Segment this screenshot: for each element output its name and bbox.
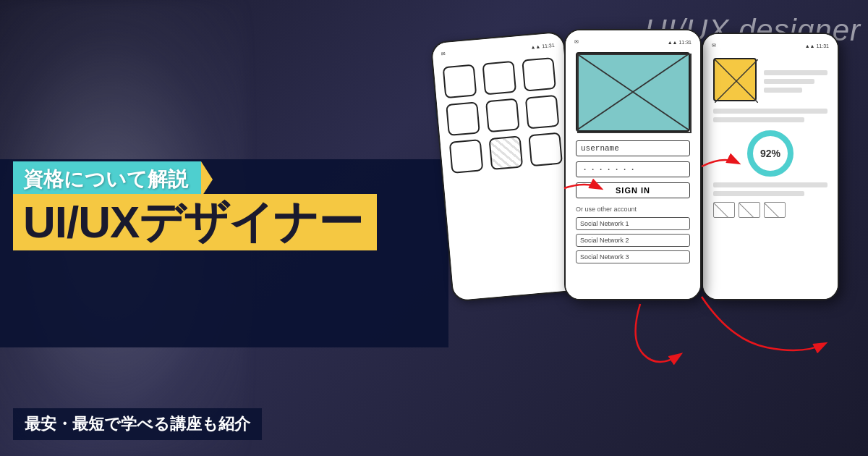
grid-cell [482,61,516,96]
grid-cell [525,95,560,130]
phone3-wireframe: ✉ ▲▲ 11:31 [702,33,839,300]
uiux-label: UI/UXデザイナー [13,194,377,250]
qualification-bg: 資格について解説 [13,161,201,198]
social-network-2: Social Network 2 [576,234,690,247]
phone3-text-line [764,70,827,75]
phone3-image-box [713,58,757,101]
bottom-text: 最安・最短で学べる講座も紹介 [25,415,250,433]
phone2-wireframe: ✉ ▲▲ 11:31 username ・・・・・・・ SIGN IN Or u… [564,29,702,300]
phone2-screen: ✉ ▲▲ 11:31 username ・・・・・・・ SIGN IN Or u… [566,30,700,299]
grid-cell [446,101,480,136]
grid-cell [443,64,477,99]
svg-line-0 [577,54,689,130]
phone1-wireframe: ✉ ▲▲ 11:31 [430,31,587,303]
phone2-hero-image [576,52,690,132]
social-network-3: Social Network 3 [576,250,690,263]
phone3-text-line [713,182,827,187]
uiux-text: UI/UXデザイナー [23,197,362,247]
phone2-status-bar: ✉ ▲▲ 11:31 [566,36,700,48]
phone1-grid [443,57,565,174]
chart-percentage: 92% [760,148,780,159]
phone3-text-line [764,79,814,84]
phone3-icon [713,202,735,218]
or-text: Or use other account [576,206,690,213]
main-content: UI/UX designer ✉ ▲▲ 11:31 [0,0,868,456]
grid-cell [528,132,563,167]
bottom-label: 最安・最短で学べる講座も紹介 [13,408,262,440]
phone1-screen: ✉ ▲▲ 11:31 [432,33,584,300]
grid-cell [485,98,520,133]
grid-cell [449,139,484,174]
social-network-1: Social Network 1 [576,217,690,230]
qualification-text: 資格について解説 [23,168,188,190]
phone3-content-lines [713,109,827,122]
phone-wireframes: ✉ ▲▲ 11:31 ✉ [420,22,868,442]
qualification-label: 資格について解説 [13,161,201,198]
uiux-bg: UI/UXデザイナー [13,194,377,250]
phone3-status-bar: ✉ ▲▲ 11:31 [703,40,838,51]
phone3-text-line [764,88,802,93]
username-field: username [576,140,690,156]
phone3-text-line [713,109,827,114]
grid-cell [522,57,556,92]
phone3-icon [764,202,786,218]
password-field: ・・・・・・・ [576,161,690,177]
phone3-screen: ✉ ▲▲ 11:31 [703,34,838,299]
phone3-icon-row [713,202,827,218]
phone3-icon [739,202,760,218]
phone3-text-line [713,117,804,122]
circular-chart: 92% [745,128,796,179]
bottom-bg: 最安・最短で学べる講座も紹介 [13,408,262,440]
sign-in-button: SIGN IN [576,182,690,198]
phone3-text-line [713,191,804,196]
grid-cell-highlighted [489,135,524,170]
svg-line-1 [577,54,689,130]
